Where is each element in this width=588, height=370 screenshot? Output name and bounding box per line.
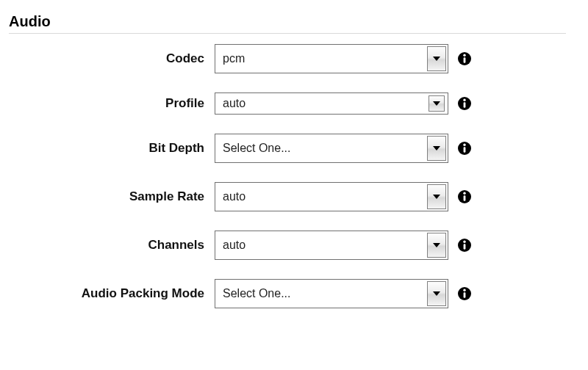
label-sample-rate: Sample Rate — [129, 189, 204, 203]
svg-rect-14 — [464, 195, 466, 201]
audio-form: Codec pcm — [9, 44, 566, 308]
info-icon-channels[interactable] — [457, 238, 472, 253]
select-audio-packing-mode[interactable]: Select One... — [215, 279, 448, 308]
row-profile: Profile auto — [9, 92, 566, 115]
label-col: Profile — [9, 96, 215, 111]
section-title: Audio — [9, 13, 566, 30]
field-col: auto — [215, 182, 472, 211]
label-codec: Codec — [166, 51, 204, 65]
label-profile: Profile — [165, 96, 204, 110]
svg-rect-22 — [464, 292, 466, 298]
label-channels: Channels — [148, 238, 204, 252]
dropdown-button[interactable] — [427, 46, 446, 71]
info-icon — [457, 51, 472, 66]
svg-marker-4 — [433, 101, 440, 106]
label-col: Bit Depth — [9, 141, 215, 156]
field-col: Select One... — [215, 134, 472, 163]
info-icon-audio-packing-mode[interactable] — [457, 286, 472, 301]
label-col: Audio Packing Mode — [9, 286, 215, 301]
label-col: Codec — [9, 51, 215, 66]
chevron-down-icon — [433, 195, 440, 199]
svg-point-11 — [463, 144, 465, 146]
svg-marker-0 — [433, 57, 440, 61]
svg-point-23 — [463, 289, 465, 291]
select-bit-depth[interactable]: Select One... — [215, 134, 448, 163]
svg-rect-6 — [464, 102, 466, 108]
select-profile[interactable]: auto — [215, 92, 448, 115]
info-icon — [457, 96, 472, 111]
field-col: auto — [215, 231, 472, 260]
row-channels: Channels auto — [9, 231, 566, 260]
svg-point-15 — [463, 192, 465, 195]
dropdown-button[interactable] — [427, 136, 446, 161]
dropdown-button[interactable] — [429, 95, 445, 112]
chevron-down-icon — [433, 101, 440, 106]
select-sample-rate[interactable]: auto — [215, 182, 448, 211]
dropdown-button[interactable] — [427, 233, 446, 258]
info-icon-profile[interactable] — [457, 96, 472, 111]
info-icon — [457, 286, 472, 301]
svg-point-7 — [463, 99, 465, 101]
row-sample-rate: Sample Rate auto — [9, 182, 566, 211]
svg-rect-18 — [464, 244, 466, 250]
audio-settings-panel: Audio Codec pcm — [0, 0, 588, 308]
select-codec-value: pcm — [215, 52, 448, 65]
svg-point-19 — [463, 241, 465, 243]
select-channels[interactable]: auto — [215, 231, 448, 260]
row-bit-depth: Bit Depth Select One... — [9, 134, 566, 163]
select-profile-value: auto — [215, 97, 448, 110]
label-audio-packing-mode: Audio Packing Mode — [82, 286, 204, 300]
row-audio-packing-mode: Audio Packing Mode Select One... — [9, 279, 566, 308]
info-icon-codec[interactable] — [457, 51, 472, 66]
svg-marker-12 — [433, 195, 440, 199]
info-icon — [457, 141, 472, 156]
label-col: Channels — [9, 238, 215, 253]
select-codec[interactable]: pcm — [215, 44, 448, 73]
svg-rect-10 — [464, 147, 466, 153]
dropdown-button[interactable] — [427, 281, 446, 306]
chevron-down-icon — [433, 57, 440, 61]
svg-rect-2 — [464, 57, 466, 63]
info-icon-bit-depth[interactable] — [457, 141, 472, 156]
dropdown-button[interactable] — [427, 184, 446, 209]
chevron-down-icon — [433, 146, 440, 150]
info-icon — [457, 238, 472, 253]
field-col: auto — [215, 92, 472, 115]
row-codec: Codec pcm — [9, 44, 566, 73]
select-channels-value: auto — [215, 239, 448, 252]
chevron-down-icon — [433, 291, 440, 296]
info-icon — [457, 189, 472, 204]
field-col: Select One... — [215, 279, 472, 308]
select-bit-depth-value: Select One... — [215, 142, 448, 155]
label-col: Sample Rate — [9, 189, 215, 204]
select-sample-rate-value: auto — [215, 190, 448, 203]
svg-marker-20 — [433, 291, 440, 296]
info-icon-sample-rate[interactable] — [457, 189, 472, 204]
svg-marker-8 — [433, 146, 440, 150]
label-bit-depth: Bit Depth — [148, 141, 204, 155]
svg-point-3 — [463, 54, 465, 57]
section-divider — [9, 33, 566, 34]
chevron-down-icon — [433, 243, 440, 247]
select-audio-packing-mode-value: Select One... — [215, 287, 448, 300]
field-col: pcm — [215, 44, 472, 73]
svg-marker-16 — [433, 243, 440, 247]
